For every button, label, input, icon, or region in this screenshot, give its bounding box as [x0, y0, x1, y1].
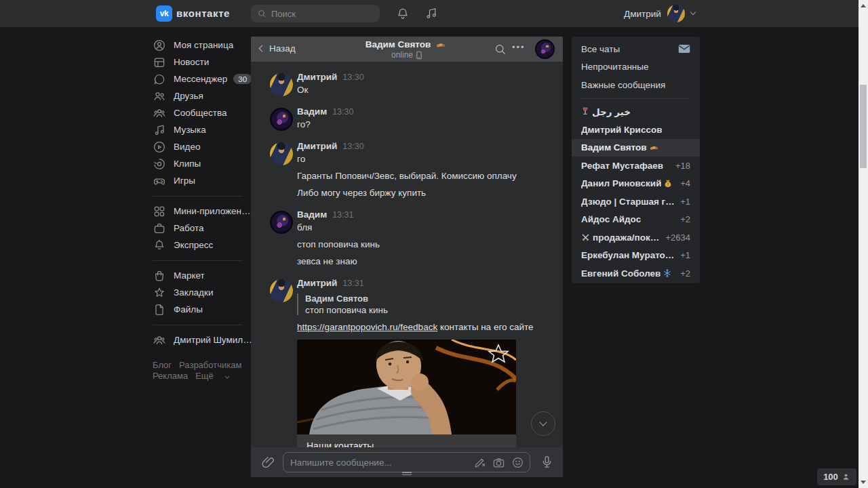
- message-link[interactable]: https://garantpopovich.ru/feedback: [297, 322, 437, 332]
- link-preview-card[interactable]: Наши контакты garantpopovich.ru: [297, 340, 516, 447]
- sidebar-item-community-dmitriy-shumil[interactable]: Дмитрий Шумил…: [153, 331, 251, 348]
- quoted-message[interactable]: Вадим Святов стоп поповича кинь: [297, 293, 547, 315]
- message-author[interactable]: Дмитрий: [297, 141, 337, 151]
- sender-avatar[interactable]: [270, 142, 293, 165]
- scroll-to-bottom-button[interactable]: [531, 411, 555, 436]
- sidebar-item-news[interactable]: Новости: [153, 54, 251, 70]
- sidebar-item-messenger[interactable]: Мессенджер 30: [153, 70, 251, 87]
- link-preview-title: Наши контакты: [307, 441, 507, 447]
- message-time: 13:30: [332, 107, 353, 117]
- user-menu[interactable]: Дмитрий: [624, 0, 695, 27]
- unread-count: +2: [676, 214, 690, 224]
- sidebar-item-music[interactable]: Музыка: [153, 121, 251, 138]
- sidebar-item-label: Клипы: [174, 159, 201, 169]
- brand-title[interactable]: вконтакте: [176, 7, 230, 19]
- sidebar-item-label: Закладки: [174, 287, 213, 298]
- sender-avatar[interactable]: [270, 73, 293, 96]
- sidebar-item-communities[interactable]: Сообщества: [153, 104, 251, 121]
- chat-list-item[interactable]: Айдос Айдос +2: [572, 211, 700, 229]
- viewer-count: 100: [823, 472, 838, 482]
- sender-avatar[interactable]: [270, 211, 293, 234]
- scrollbar-thumb[interactable]: [860, 85, 867, 168]
- chat-list-item-selected[interactable]: Вадим Святов: [572, 139, 700, 157]
- microphone-icon[interactable]: [540, 455, 554, 469]
- left-sidebar: Моя страница Новости Мессенджер 30 Друзь…: [153, 37, 251, 382]
- camera-icon[interactable]: [492, 456, 505, 469]
- chat-list-item[interactable]: Дзюдо | Старшая гр… +1: [572, 192, 700, 211]
- notifications-bell-icon[interactable]: [396, 7, 410, 20]
- unread-count: +4: [676, 178, 690, 188]
- sidebar-item-label: Музыка: [174, 125, 206, 135]
- chat-list-item[interactable]: Евгений Соболев +2: [572, 264, 700, 283]
- music-note-icon[interactable]: [425, 7, 438, 20]
- more-options-icon[interactable]: •••: [512, 42, 526, 52]
- top-bar: vk вконтакте Дмитрий: [0, 0, 859, 27]
- filter-unread[interactable]: Непрочитанные: [572, 58, 700, 77]
- scrollbar-down-arrow[interactable]: [861, 481, 866, 484]
- communities-icon: [153, 106, 166, 120]
- unread-count: +2: [676, 268, 690, 279]
- sidebar-item-video[interactable]: Видео: [153, 138, 251, 155]
- footer-link-developers[interactable]: Разработчикам: [179, 360, 241, 371]
- user-avatar: [667, 5, 685, 22]
- sidebar-item-mini-apps[interactable]: Мини-приложен…: [153, 203, 251, 220]
- sidebar-item-games[interactable]: Игры: [153, 172, 251, 189]
- message-list[interactable]: Дмитрий13:30 Ок Вадим13:30 го? Дмитрий13…: [251, 62, 563, 447]
- chat-list-item[interactable]: Рефат Мустафаев +18: [572, 157, 700, 175]
- peer-avatar[interactable]: [535, 39, 555, 59]
- smiley-icon[interactable]: [511, 456, 524, 469]
- message-text: го?: [297, 119, 547, 131]
- sidebar-item-files[interactable]: Файлы: [153, 301, 251, 318]
- filter-important[interactable]: Важные сообщения: [572, 76, 700, 94]
- sidebar-item-label: Видео: [174, 142, 200, 152]
- sidebar-item-profile[interactable]: Моя страница: [153, 37, 251, 54]
- sidebar-item-bookmarks[interactable]: Закладки: [153, 284, 251, 301]
- vk-logo-icon[interactable]: vk: [156, 5, 172, 22]
- attach-paperclip-icon[interactable]: [261, 455, 276, 470]
- footer-link-blog[interactable]: Блог: [153, 360, 172, 371]
- message-author[interactable]: Дмитрий: [297, 72, 337, 82]
- message-author[interactable]: Дмитрий: [297, 278, 337, 288]
- footer-link-ads[interactable]: Реклама: [153, 371, 188, 382]
- message-time: 13:31: [332, 210, 353, 220]
- composer-resize-handle[interactable]: [402, 470, 412, 476]
- sidebar-item-jobs[interactable]: Работа: [153, 220, 251, 237]
- viewer-count-badge: 100: [817, 468, 856, 485]
- chat-list-item[interactable]: продажа/покупк… +2634: [572, 228, 700, 247]
- sidebar-item-friends[interactable]: Друзья: [153, 87, 251, 104]
- crossed-swords-emoji: [581, 233, 590, 242]
- conversation-search-icon[interactable]: [494, 43, 507, 56]
- mobile-phone-icon: [416, 51, 422, 60]
- sidebar-item-express[interactable]: Экспресс: [153, 237, 251, 253]
- mail-envelope-icon[interactable]: [678, 44, 690, 54]
- sender-avatar[interactable]: [270, 279, 293, 302]
- chat-list-item[interactable]: خير رجل: [572, 103, 700, 121]
- filter-all-chats[interactable]: Все чаты: [572, 40, 700, 58]
- message-author[interactable]: Вадим: [297, 106, 327, 117]
- sidebar-item-label: Файлы: [174, 304, 203, 314]
- chat-list-item[interactable]: Еркебулан Муратов … +1: [572, 247, 700, 265]
- message-text: Ок: [297, 84, 547, 96]
- message: Вадим13:31 бля стоп поповича кинь зевса …: [270, 209, 547, 268]
- sender-avatar[interactable]: [270, 108, 293, 131]
- music-icon: [153, 123, 166, 137]
- messenger-icon: [153, 73, 166, 86]
- message-input[interactable]: [290, 458, 467, 468]
- chat-list-item[interactable]: Данил Риновский +4: [572, 175, 700, 193]
- pencil-disabled-icon[interactable]: [473, 456, 486, 469]
- sidebar-item-clips[interactable]: Клипы: [153, 155, 251, 172]
- message-input-box[interactable]: [283, 452, 530, 472]
- global-search-input[interactable]: [271, 9, 366, 19]
- chat-list-item[interactable]: Дмитрий Криссов: [572, 121, 700, 139]
- sidebar-item-label: Работа: [174, 223, 204, 233]
- global-search[interactable]: [251, 5, 380, 22]
- search-icon: [257, 9, 267, 18]
- chat-name: Дмитрий Криссов: [581, 125, 662, 135]
- page-scrollbar[interactable]: [859, 0, 868, 488]
- sidebar-item-market[interactable]: Маркет: [153, 267, 251, 284]
- scrollbar-up-arrow[interactable]: [861, 4, 866, 7]
- divider: [581, 98, 690, 99]
- handshake-emoji: [650, 143, 658, 152]
- message-author[interactable]: Вадим: [297, 209, 327, 220]
- footer-link-more[interactable]: Ещё: [195, 371, 235, 382]
